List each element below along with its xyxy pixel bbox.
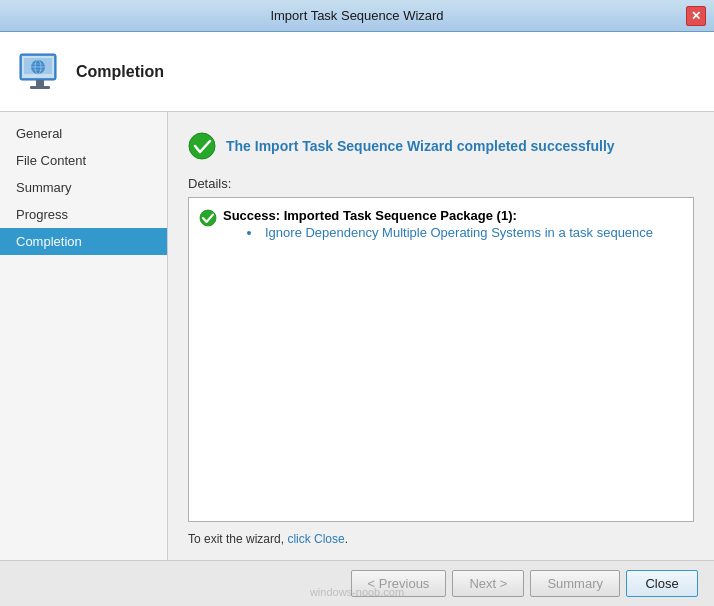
close-icon[interactable]: ✕ xyxy=(686,6,706,26)
exit-text: To exit the wizard, click Close. xyxy=(188,532,694,546)
sidebar-item-summary[interactable]: Summary xyxy=(0,174,167,201)
success-icon xyxy=(188,132,216,160)
success-heading: The Import Task Sequence Wizard complete… xyxy=(188,132,694,160)
next-button[interactable]: Next > xyxy=(452,570,524,597)
sidebar-item-progress[interactable]: Progress xyxy=(0,201,167,228)
content-area: General File Content Summary Progress Co… xyxy=(0,112,714,560)
details-success-row: Success: Imported Task Sequence Package … xyxy=(199,208,683,240)
main-panel: The Import Task Sequence Wizard complete… xyxy=(168,112,714,560)
previous-button[interactable]: < Previous xyxy=(351,570,447,597)
header-title: Completion xyxy=(76,63,164,81)
details-bullet-item: Ignore Dependency Multiple Operating Sys… xyxy=(247,225,653,240)
details-label: Details: xyxy=(188,176,694,191)
sidebar-item-file-content[interactable]: File Content xyxy=(0,147,167,174)
success-text: The Import Task Sequence Wizard complete… xyxy=(226,138,615,154)
button-bar: < Previous Next > Summary Close xyxy=(0,560,714,606)
close-button[interactable]: Close xyxy=(626,570,698,597)
wizard-icon xyxy=(16,48,64,96)
details-success-icon xyxy=(199,209,217,227)
details-box: Success: Imported Task Sequence Package … xyxy=(188,197,694,522)
sidebar-item-completion[interactable]: Completion xyxy=(0,228,167,255)
exit-close-link[interactable]: click Close xyxy=(287,532,344,546)
svg-rect-4 xyxy=(30,86,50,89)
details-success-strong: Success: Imported Task Sequence Package … xyxy=(223,208,517,223)
svg-point-10 xyxy=(189,133,215,159)
sidebar: General File Content Summary Progress Co… xyxy=(0,112,168,560)
sidebar-item-general[interactable]: General xyxy=(0,120,167,147)
svg-rect-3 xyxy=(36,80,44,86)
dialog-body: Completion General File Content Summary … xyxy=(0,32,714,606)
dialog-title: Import Task Sequence Wizard xyxy=(28,8,686,23)
details-bullet-list: Ignore Dependency Multiple Operating Sys… xyxy=(247,225,653,240)
header-area: Completion xyxy=(0,32,714,112)
summary-button[interactable]: Summary xyxy=(530,570,620,597)
details-success-text: Success: Imported Task Sequence Package … xyxy=(223,208,517,223)
title-bar: Import Task Sequence Wizard ✕ xyxy=(0,0,714,32)
